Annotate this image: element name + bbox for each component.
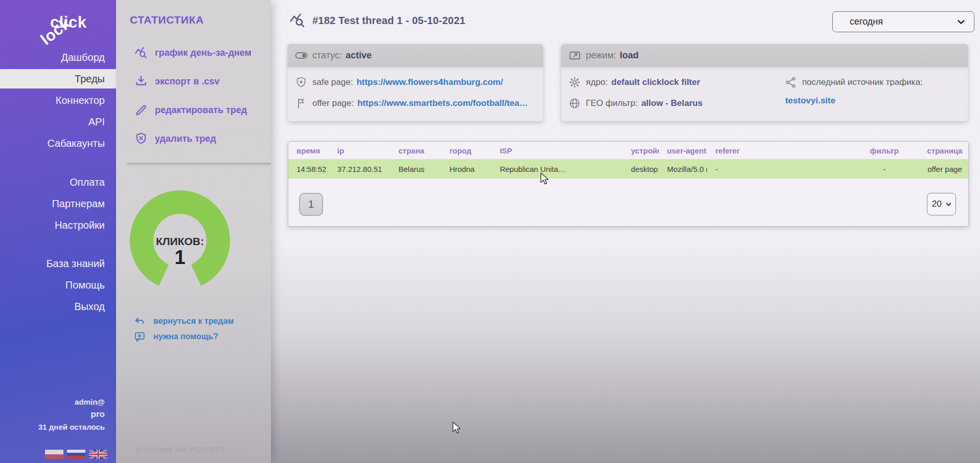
stats-menu-label: график день-за-днем (155, 48, 252, 58)
stats-menu-item-delete-thread[interactable]: удалить тред (134, 130, 266, 147)
col-ip: ip (329, 142, 391, 159)
page-size-value: 20 (932, 199, 942, 209)
col-time: время (288, 142, 329, 159)
offer-page-label: offer page: (312, 98, 354, 108)
cell-page: offer page (921, 159, 968, 179)
cell-filter: - (847, 159, 921, 179)
account-plan: pro (38, 409, 105, 420)
cell-device: desktop (623, 159, 658, 179)
mouse-cursor (540, 172, 552, 186)
shield-star-icon (295, 76, 307, 89)
period-select[interactable]: сегодня (832, 11, 974, 32)
cell-time: 14:58:52 (288, 159, 329, 179)
globe-icon (568, 97, 581, 109)
sidebar-item-threads[interactable]: Треды (0, 69, 116, 89)
stats-title: СТАТИСТИКА (130, 14, 204, 26)
stats-menu-label: экспорт в .csv (155, 76, 219, 87)
en-flag-icon[interactable] (89, 450, 107, 459)
sidebar-item-dashboard[interactable]: Дашборд (0, 47, 116, 68)
stats-menu-item-edit-thread[interactable]: редактировать тред (134, 101, 266, 119)
stats-menu: график день-за-днем экспорт в .csv редак… (134, 44, 266, 159)
sidebar-item-connector[interactable]: Коннектор (0, 90, 116, 111)
account-email: admin@ (38, 398, 105, 406)
app-logo[interactable]: clicklock (50, 13, 116, 50)
offer-page-link[interactable]: https://www.smartbets.com/football/tea… (357, 98, 528, 108)
stats-menu-item-export-csv[interactable]: экспорт в .csv (134, 73, 266, 90)
status-label: статус: (312, 50, 342, 61)
gauge-value: 1 (130, 248, 230, 268)
sidebar-item-subaccounts[interactable]: Сабакаунты (0, 133, 116, 154)
pencil-icon (134, 103, 148, 117)
safe-page-label: safe page: (312, 77, 353, 87)
sidebar-item-knowledge-base[interactable]: База знаний (0, 253, 116, 274)
table-footer: 1 20 (288, 179, 968, 227)
stats-column: СТАТИСТИКА график день-за-днем экспорт в… (116, 0, 271, 463)
core-value: default clicklock filter (611, 77, 700, 87)
pl-flag-icon[interactable] (45, 450, 63, 459)
core-row: ядро: default clicklock filter (568, 73, 780, 91)
cell-user-agent: Mozilla/5.0 (Win… (659, 159, 707, 179)
link-back-to-threads[interactable]: вернуться к тредам (134, 315, 234, 327)
link-label: вернуться к тредам (153, 317, 234, 326)
mode-panel-header: режим: load (561, 44, 968, 67)
cell-country: Belarus (390, 159, 441, 179)
chevron-down-icon (956, 17, 966, 27)
download-icon (134, 75, 148, 88)
undo-icon (134, 316, 146, 327)
ru-flag-icon[interactable] (67, 450, 85, 459)
col-referer: referer (707, 142, 847, 159)
sidebar: clicklock Дашборд Треды Коннектор API Са… (0, 0, 116, 463)
gear-icon (568, 76, 581, 89)
col-page: страница (921, 142, 968, 159)
mode-value: load (620, 50, 639, 61)
safe-page-link[interactable]: https://www.flowers4hamburg.com/ (356, 77, 503, 87)
offer-page-row: offer page: https://www.smartbets.com/fo… (295, 94, 536, 112)
flag-icon (295, 97, 307, 109)
table-header-row: время ip страна город ISP устройство use… (288, 142, 968, 159)
sidebar-item-payment[interactable]: Оплата (0, 171, 116, 193)
account-days-left: 31 дней осталось (38, 423, 105, 431)
table-row[interactable]: 14:58:52 37.212.80.51 Belarus Hrodna Rep… (288, 159, 968, 179)
mode-panel: режим: load ядро: default clicklock filt… (561, 44, 968, 121)
sidebar-item-api[interactable]: API (0, 111, 116, 133)
period-select-value: сегодня (850, 16, 956, 27)
sidebar-item-partners[interactable]: Партнерам (0, 193, 116, 214)
sidebar-item-settings[interactable]: Настройки (0, 214, 116, 236)
cell-ip: 37.212.80.51 (329, 159, 391, 179)
link-need-help[interactable]: нужна помощь? (134, 330, 234, 343)
chart-search-icon (289, 12, 306, 29)
last-traffic-source-row: последний источник трафика: (785, 73, 961, 91)
col-filter: фильтр (847, 142, 921, 159)
col-isp: ISP (492, 142, 623, 159)
status-value: active (346, 50, 372, 61)
clicks-table-card: время ip страна город ISP устройство use… (288, 141, 969, 227)
cell-isp: Republican Unita… (492, 159, 623, 179)
share-icon (785, 76, 797, 89)
stats-menu-item-daily-chart[interactable]: график день-за-днем (134, 44, 266, 61)
traffic-source-link[interactable]: testovyi.site (785, 96, 835, 105)
clicks-gauge: КЛИКОВ: 1 (130, 190, 230, 291)
account-info: admin@ pro 31 дней осталось (38, 398, 105, 431)
page-1-button[interactable]: 1 (299, 193, 323, 216)
chevron-down-icon (945, 201, 952, 208)
copyright: © clicklock.site 2020-2021 (136, 445, 225, 454)
stats-links: вернуться к тредам нужна помощь? (134, 315, 234, 346)
sidebar-item-help[interactable]: Помощь (0, 274, 116, 296)
sidebar-item-logout[interactable]: Выход (0, 296, 116, 317)
col-user-agent: user-agent (659, 142, 707, 159)
last-traffic-source-label: последний источник трафика: (802, 77, 923, 87)
page-size-select[interactable]: 20 (927, 193, 956, 215)
toggle-on-icon (295, 49, 308, 62)
status-panel: статус: active safe page: https://www.fl… (288, 44, 543, 121)
chart-search-icon (134, 46, 148, 59)
mode-label: режим: (586, 50, 616, 61)
stats-menu-label: удалить тред (155, 134, 216, 144)
link-label: нужна помощь? (153, 332, 218, 341)
sidebar-nav: Дашборд Треды Коннектор API Сабакаунты О… (0, 47, 116, 317)
geo-filter-value: allow - Belarus (641, 98, 702, 108)
stats-menu-label: редактировать тред (155, 105, 247, 116)
main-content: #182 Test thread 1 - 05-10-2021 сегодня … (271, 0, 980, 463)
thread-header: #182 Test thread 1 - 05-10-2021 (289, 12, 465, 29)
cell-city: Hrodna (441, 159, 491, 179)
geo-filter-row: ГЕО фильтр: allow - Belarus (568, 94, 780, 112)
